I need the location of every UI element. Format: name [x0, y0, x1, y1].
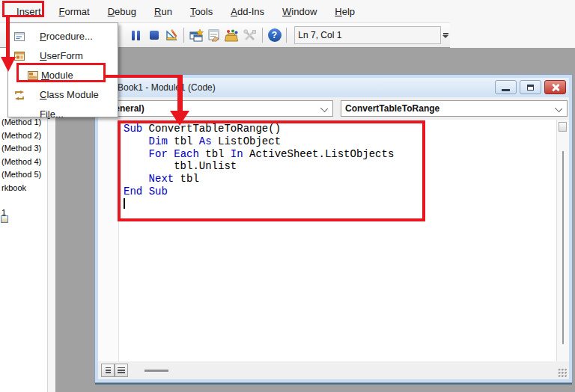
object-browser-icon: [225, 29, 239, 42]
menu-debug[interactable]: Debug: [99, 3, 145, 20]
break-pause-button[interactable]: [129, 28, 144, 43]
procedure-view-button[interactable]: [101, 364, 115, 377]
procedure-dropdown-value: ConvertTableToRange: [345, 103, 439, 114]
close-button[interactable]: [544, 80, 566, 94]
minimize-button[interactable]: [495, 80, 517, 94]
menu-item-class-module[interactable]: Class Module: [8, 85, 118, 104]
properties-window-button[interactable]: [207, 28, 222, 43]
pause-icon: [132, 31, 140, 40]
horizontal-scrollbar-thumb[interactable]: [144, 370, 168, 372]
menu-item-userform[interactable]: UserForm: [8, 46, 118, 65]
tree-item-workbook[interactable]: rkbook: [1, 183, 26, 192]
menu-insert[interactable]: Insert: [7, 3, 50, 20]
menu-item-module[interactable]: Module: [8, 66, 118, 85]
tree-item-method5[interactable]: (Method 5): [1, 170, 41, 179]
toolbox-disabled-icon: [243, 29, 257, 41]
design-mode-icon: [165, 29, 179, 41]
stop-icon: [150, 31, 159, 40]
help-button[interactable]: ?: [267, 28, 282, 43]
vertical-scrollbar[interactable]: [556, 120, 569, 361]
text-cursor: [124, 198, 125, 209]
object-dropdown[interactable]: (General): [100, 100, 333, 117]
insert-dropdown-menu: Procedure... UserForm Module Class Modul…: [7, 22, 118, 117]
toolbar-options-button[interactable]: [441, 26, 450, 44]
window-controls: [495, 80, 566, 94]
userform-icon: [14, 52, 25, 61]
module-tree-icon: [1, 215, 8, 223]
minimize-icon: [502, 89, 510, 91]
procedure-icon: [14, 32, 25, 41]
design-mode-button[interactable]: [165, 28, 180, 43]
restore-icon: [527, 85, 534, 91]
procedure-dropdown[interactable]: ConvertTableToRange: [341, 100, 568, 117]
toolbar-separator: [262, 28, 263, 43]
margin-indicator-bar: [98, 120, 119, 361]
resize-grip[interactable]: [558, 368, 568, 378]
code-text: Sub ConvertTableToRange() Dim tbl As Lis…: [124, 123, 394, 198]
full-module-view-button[interactable]: [115, 364, 128, 377]
close-icon: [551, 83, 560, 92]
menu-tools[interactable]: Tools: [181, 3, 222, 20]
toolbar-separator: [286, 28, 287, 43]
vertical-scrollbar-thumb[interactable]: [559, 122, 567, 132]
vertical-scrollbar-track-line: [562, 151, 564, 344]
toolbar-separator: [183, 28, 184, 43]
menu-run[interactable]: Run: [145, 3, 181, 20]
tree-item-method3[interactable]: (Method 3): [1, 144, 41, 153]
menu-help[interactable]: Help: [326, 3, 364, 20]
module-icon: [28, 71, 38, 80]
code-window-titlebar[interactable]: Book1 - Module1 (Code): [98, 78, 569, 97]
chevron-down-icon: [320, 105, 328, 112]
code-editor[interactable]: Sub ConvertTableToRange() Dim tbl As Lis…: [119, 120, 557, 361]
menu-add-ins[interactable]: Add-Ins: [222, 3, 273, 20]
code-window: Book1 - Module1 (Code) (General) Convert…: [95, 75, 572, 382]
menu-item-procedure[interactable]: Procedure...: [8, 27, 118, 46]
reset-stop-button[interactable]: [147, 28, 162, 43]
tree-item-method2[interactable]: (Method 2): [1, 131, 41, 140]
menu-window[interactable]: Window: [273, 3, 326, 20]
properties-window-icon: [207, 29, 221, 42]
code-combo-row: (General) ConvertTableToRange: [98, 97, 569, 120]
menu-item-file[interactable]: File...: [8, 105, 118, 123]
chevron-down-icon: [555, 105, 562, 112]
chevron-down-icon: [442, 35, 448, 38]
code-window-bottom-bar: [98, 361, 569, 379]
project-explorer-icon: [189, 29, 204, 42]
full-module-view-icon: [118, 367, 125, 373]
tree-item-method4[interactable]: (Method 4): [1, 157, 41, 166]
project-explorer-button[interactable]: [189, 28, 204, 43]
toolbox-button[interactable]: [243, 28, 258, 43]
help-icon: ?: [268, 28, 282, 42]
object-browser-button[interactable]: [225, 28, 240, 43]
menu-bar: Insert Format Debug Run Tools Add-Ins Wi…: [0, 0, 575, 22]
line-column-status: Ln 7, Col 1: [294, 26, 441, 44]
class-module-icon: [14, 91, 25, 99]
procedure-view-icon: [106, 367, 111, 373]
menu-format[interactable]: Format: [50, 3, 99, 20]
restore-button[interactable]: [520, 80, 541, 94]
toolbar-options-bar: [443, 33, 448, 34]
